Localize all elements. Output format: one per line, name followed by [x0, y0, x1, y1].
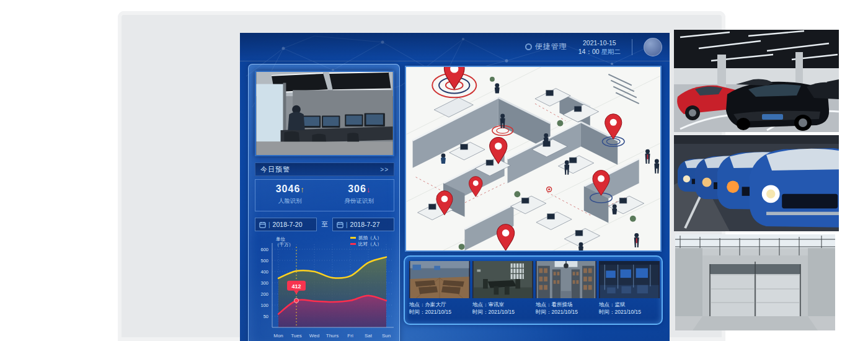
svg-text:400: 400 — [260, 269, 268, 275]
date-range-separator: 至 — [321, 220, 328, 229]
end-date-value: 2018-7-27 — [350, 221, 380, 228]
camera-cell-interrogation[interactable]: 地点：审讯室 时间：2021/10/15 — [472, 261, 533, 324]
calendar-icon — [337, 221, 343, 228]
camera-location: 地点：办案大厅 — [409, 301, 470, 308]
start-date-picker[interactable]: | 2018-7-20 — [255, 218, 317, 231]
stat-face-recognition: 3046↑ 人脸识别 — [255, 180, 325, 211]
alerts-section-header: 今日预警 >> — [255, 162, 394, 176]
picker-divider: | — [268, 221, 270, 228]
stat-label: 身份证识别 — [325, 197, 394, 205]
app-title: 便捷管理 — [535, 42, 567, 52]
dashboard: 便捷管理 2021-10-15 14：00 星期二 — [240, 33, 670, 341]
alerts-more-button[interactable]: >> — [380, 166, 389, 173]
camera-time: 时间：2021/10/15 — [599, 308, 660, 316]
svg-text:单位: 单位 — [276, 236, 286, 242]
blue-cars-row-photo — [674, 135, 839, 231]
svg-text:Mon: Mon — [273, 333, 283, 339]
calendar-icon — [259, 221, 266, 228]
camera-location: 地点：监狱 — [599, 301, 660, 308]
stat-id-recognition: 306↓ 身份证识别 — [325, 180, 394, 211]
picker-divider: | — [346, 221, 348, 228]
date-text: 2021-10-15 — [578, 38, 621, 47]
svg-text:600: 600 — [260, 247, 268, 252]
header-divider — [632, 39, 632, 55]
time-text: 14：00 — [578, 48, 600, 55]
user-avatar[interactable] — [644, 38, 662, 56]
svg-text:Thurs: Thurs — [326, 333, 339, 339]
camera-thumbnail — [409, 261, 470, 298]
camera-thumbnail — [599, 261, 660, 298]
camera-location: 地点：审讯室 — [472, 301, 533, 308]
parking-garage-photo — [674, 30, 839, 132]
svg-text:100: 100 — [260, 303, 268, 308]
camera-cell-yard[interactable]: 地点：看所操场 时间：2021/10/15 — [536, 261, 596, 324]
control-room-illustration — [256, 72, 393, 155]
camera-time: 时间：2021/10/15 — [472, 308, 533, 316]
svg-text:Wed: Wed — [309, 333, 319, 339]
svg-text:Sat: Sat — [365, 333, 373, 339]
stat-value: 306 — [348, 184, 366, 194]
camera-time: 时间：2021/10/15 — [409, 308, 470, 316]
camera-caption: 地点：监狱 时间：2021/10/15 — [599, 301, 660, 316]
dashboard-header: 便捷管理 2021-10-15 14：00 星期二 — [240, 33, 670, 61]
control-room-feed[interactable] — [255, 71, 394, 156]
camera-strip: 地点：办案大厅 时间：2021/10/15 地点：审讯室 — [404, 255, 663, 325]
camera-caption: 地点：办案大厅 时间：2021/10/15 — [409, 301, 470, 316]
start-date-value: 2018-7-20 — [273, 221, 303, 228]
alerts-title: 今日预警 — [260, 165, 290, 174]
app-logo: 便捷管理 — [525, 42, 567, 52]
date-range-row: | 2018-7-20 至 | 2018-7-27 — [255, 218, 394, 231]
end-date-picker[interactable]: | 2018-7-27 — [332, 218, 394, 231]
office-map-illustration — [406, 67, 660, 250]
svg-text:500: 500 — [260, 258, 268, 264]
svg-text:412: 412 — [291, 283, 301, 290]
camera-time: 时间：2021/10/15 — [536, 308, 596, 316]
alerts-stats: 3046↑ 人脸识别 306↓ 身份证识别 — [255, 179, 394, 211]
camera-location: 地点：看所操场 — [536, 301, 596, 308]
app-logo-icon — [525, 43, 532, 50]
camera-cell-hall[interactable]: 地点：办案大厅 时间：2021/10/15 — [409, 261, 470, 324]
svg-text:（千万）: （千万） — [275, 242, 293, 247]
line-chart: 41260050040030020010050MonTuesWedThursFr… — [251, 234, 398, 341]
office-map-panel[interactable] — [405, 66, 662, 252]
left-panel: 今日预警 >> 3046↑ 人脸识别 306↓ 身份证识别 — [248, 64, 400, 341]
weekday-text: 星期二 — [601, 48, 621, 55]
collage-background: 便捷管理 2021-10-15 14：00 星期二 — [118, 11, 725, 341]
svg-text:Fri: Fri — [347, 333, 353, 339]
camera-thumbnail — [536, 261, 596, 298]
svg-text:300: 300 — [260, 280, 268, 286]
camera-caption: 地点：看所操场 时间：2021/10/15 — [536, 301, 596, 316]
svg-text:Tues: Tues — [291, 333, 302, 339]
svg-text:比对（人）: 比对（人） — [358, 241, 382, 247]
trend-down-icon: ↓ — [366, 185, 371, 194]
svg-text:Sun: Sun — [382, 333, 391, 339]
trend-up-icon: ↑ — [300, 185, 304, 194]
stat-label: 人脸识别 — [255, 197, 325, 205]
svg-text:200: 200 — [260, 291, 268, 297]
datetime-display: 2021-10-15 14：00 星期二 — [578, 38, 621, 56]
compound-gate-photo — [675, 234, 835, 330]
svg-text:抓拍（人）: 抓拍（人） — [358, 235, 382, 241]
capture-compare-chart[interactable]: 41260050040030020010050MonTuesWedThursFr… — [251, 234, 398, 341]
stat-value: 3046 — [276, 184, 301, 194]
camera-caption: 地点：审讯室 时间：2021/10/15 — [472, 301, 533, 316]
svg-text:50: 50 — [264, 314, 268, 319]
camera-cell-prison[interactable]: 地点：监狱 时间：2021/10/15 — [599, 261, 660, 324]
camera-thumbnail — [472, 261, 533, 298]
